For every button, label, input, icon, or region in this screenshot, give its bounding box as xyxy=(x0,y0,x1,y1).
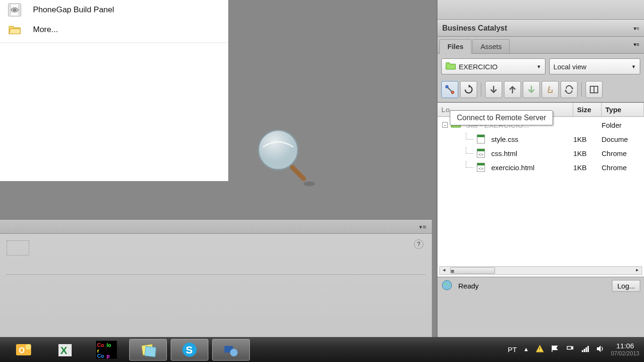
dropdown-value: Local view xyxy=(553,63,586,71)
connect-button[interactable] xyxy=(441,81,458,98)
table-row[interactable]: style.css 1KB Docume xyxy=(438,132,644,146)
checkin-button[interactable] xyxy=(542,81,559,98)
network-icon[interactable] xyxy=(581,345,589,354)
panel-menu-icon[interactable]: ▾≡ xyxy=(634,25,639,32)
scroll-thumb[interactable]: ≡ xyxy=(450,267,495,274)
panel-business-catalyst[interactable]: Business Catalyst ▾≡ xyxy=(438,20,644,37)
toolbar-separator xyxy=(581,82,582,97)
collapse-icon[interactable]: - xyxy=(442,122,448,128)
scroll-right-icon[interactable]: ▸ xyxy=(633,267,642,274)
table-body: - Site - EXERCICIO... Folder style.css xyxy=(438,117,644,174)
tree-line xyxy=(466,133,473,140)
expand-button[interactable] xyxy=(586,81,603,98)
svg-text:<>: <> xyxy=(479,152,484,157)
tab-assets[interactable]: Assets xyxy=(472,39,510,53)
taskbar-excel[interactable]: X xyxy=(46,339,84,361)
horizontal-scrollbar[interactable]: ◂ ≡ ▸ xyxy=(439,266,642,275)
help-icon[interactable]: ? xyxy=(414,239,423,249)
svg-rect-45 xyxy=(582,350,583,352)
svg-text:Co: Co xyxy=(97,353,104,359)
css-file-icon xyxy=(476,134,487,144)
taskbar-skype[interactable]: S xyxy=(171,339,208,361)
panel-header: ▾≡ xyxy=(0,220,432,234)
svg-point-7 xyxy=(304,181,315,186)
checkout-button[interactable] xyxy=(523,81,540,98)
globe-icon xyxy=(441,280,453,292)
files-toolbar xyxy=(438,79,644,102)
taskbar-colorcop[interactable]: ColorCop xyxy=(88,339,125,361)
site-dropdown[interactable]: EXERCICIO ▼ xyxy=(441,58,545,74)
chevron-down-icon: ▼ xyxy=(631,64,636,69)
tree-line xyxy=(466,161,473,168)
cell-name: style.css xyxy=(491,135,519,143)
svg-rect-37 xyxy=(145,346,156,356)
html-file-icon: <> xyxy=(476,148,487,158)
cell-type: Folder xyxy=(602,121,644,129)
tab-files[interactable]: Files xyxy=(439,39,471,54)
chevron-down-icon: ▼ xyxy=(537,64,541,69)
svg-rect-44 xyxy=(567,346,571,349)
svg-marker-13 xyxy=(565,90,566,92)
svg-rect-17 xyxy=(477,135,485,137)
refresh-button[interactable] xyxy=(460,81,477,98)
panel-menu-icon[interactable]: ▾≡ xyxy=(419,223,426,230)
svg-rect-1 xyxy=(9,5,11,16)
download-button[interactable] xyxy=(485,81,502,98)
scroll-left-icon[interactable]: ◂ xyxy=(440,267,448,274)
menu-item-label: More... xyxy=(33,25,58,34)
menu-item-more[interactable]: More... xyxy=(0,20,228,40)
right-panels: Business Catalyst ▾≡ Files Assets ▾≡ EXE… xyxy=(437,0,644,337)
svg-text:<>: <> xyxy=(479,166,484,171)
panel-menu-icon[interactable]: ▾≡ xyxy=(634,41,639,48)
svg-text:O: O xyxy=(19,346,25,354)
flag-icon[interactable] xyxy=(551,345,559,354)
svg-text:lo: lo xyxy=(107,342,111,348)
magnifier-icon xyxy=(255,127,316,195)
taskbar-sticky-notes[interactable] xyxy=(129,339,167,361)
col-header-type[interactable]: Type xyxy=(602,103,644,116)
camera-icon xyxy=(8,3,22,17)
upload-button[interactable] xyxy=(504,81,521,98)
tab-label: Files xyxy=(447,42,463,50)
cell-name: css.html xyxy=(491,149,517,157)
table-row[interactable]: <> css.html 1KB Chrome xyxy=(438,146,644,160)
svg-text:!: ! xyxy=(539,346,540,352)
svg-rect-47 xyxy=(586,347,587,352)
svg-text:S: S xyxy=(186,344,193,356)
view-dropdown[interactable]: Local view ▼ xyxy=(549,58,640,74)
sync-button[interactable] xyxy=(561,81,578,98)
table-row[interactable]: <> exercicio.html 1KB Chrome xyxy=(438,160,644,174)
folder-icon xyxy=(446,62,456,72)
cell-size: 1KB xyxy=(573,164,602,172)
html-file-icon: <> xyxy=(476,162,487,173)
panel-group-topbar xyxy=(438,0,644,20)
alert-icon[interactable]: ! xyxy=(536,345,544,354)
svg-rect-6 xyxy=(289,164,307,182)
menu-item-phonegap[interactable]: PhoneGap Build Panel xyxy=(0,0,228,20)
tooltip-text: Connect to Remote Server xyxy=(457,114,546,122)
taskbar-app[interactable] xyxy=(212,339,250,361)
files-selectors: EXERCICIO ▼ Local view ▼ xyxy=(438,54,644,79)
cell-name: exercicio.html xyxy=(491,164,535,172)
divider-line xyxy=(7,274,425,275)
status-text: Ready xyxy=(458,282,479,290)
svg-rect-19 xyxy=(477,149,485,151)
svg-line-10 xyxy=(448,88,452,91)
empty-placeholder xyxy=(7,240,29,255)
col-header-size[interactable]: Size xyxy=(573,103,602,116)
menu-item-label: PhoneGap Build Panel xyxy=(33,5,114,15)
clock[interactable]: 11:06 07/02/2013 xyxy=(611,342,639,357)
volume-icon[interactable] xyxy=(596,345,604,354)
properties-panel: ▾≡ ? xyxy=(0,219,432,337)
cell-size: 1KB xyxy=(573,135,602,143)
tab-label: Assets xyxy=(480,42,502,50)
power-icon[interactable] xyxy=(566,345,574,354)
taskbar-outlook[interactable]: O xyxy=(5,339,42,361)
tray-chevron-up-icon[interactable]: ▲ xyxy=(523,346,529,353)
log-button[interactable]: Log... xyxy=(612,280,640,292)
svg-point-41 xyxy=(230,349,238,356)
language-indicator[interactable]: PT xyxy=(508,346,517,354)
svg-text:Co: Co xyxy=(97,342,104,348)
svg-point-4 xyxy=(13,8,17,11)
svg-marker-12 xyxy=(572,87,573,90)
